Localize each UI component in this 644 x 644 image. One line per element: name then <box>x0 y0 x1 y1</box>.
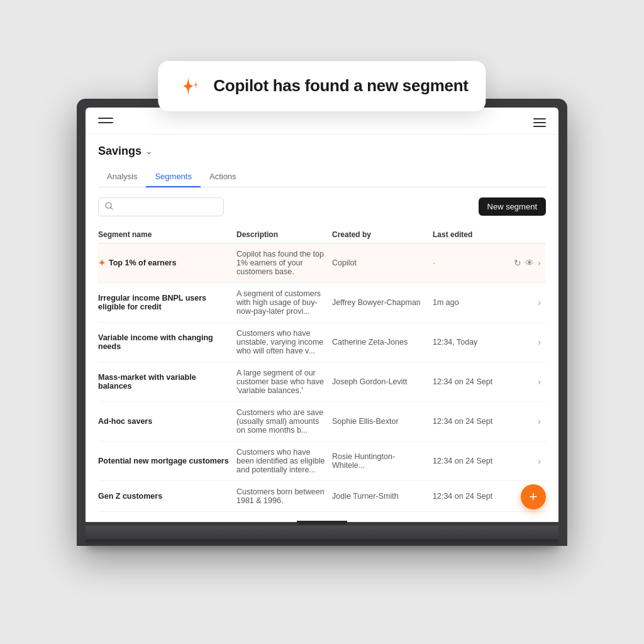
hamburger-icon[interactable] <box>98 118 113 128</box>
page-title-row: Savings ⌄ <box>98 145 546 158</box>
tab-analysis[interactable]: Analysis <box>98 167 146 187</box>
svg-rect-1 <box>98 122 113 123</box>
toast-text: Copilot has found a new segment <box>213 76 468 96</box>
laptop-base <box>86 526 558 540</box>
table-row[interactable]: Mass-market with variable balances A lar… <box>98 362 546 402</box>
chevron-right-icon[interactable]: › <box>538 416 541 426</box>
svg-rect-0 <box>98 118 113 119</box>
cell-edited: 12:34 on 24 Sept <box>433 457 521 465</box>
chevron-right-icon[interactable]: › <box>538 337 541 347</box>
cell-created: Copilot <box>332 258 433 267</box>
new-segment-button[interactable]: New segment <box>479 197 546 216</box>
copilot-star-icon: ✦ <box>98 258 106 268</box>
eye-off-icon[interactable]: 👁︎ <box>525 258 534 268</box>
search-box <box>98 197 224 216</box>
cell-actions: › <box>521 297 546 308</box>
cell-desc: Customers who have been identified as el… <box>236 448 332 474</box>
toolbar: New segment <box>98 197 546 216</box>
cell-name: Gen Z customers <box>98 492 236 501</box>
cell-name: Irregular income BNPL users eligible for… <box>98 294 236 311</box>
page-title: Savings <box>98 145 142 158</box>
chevron-down-icon[interactable]: ⌄ <box>145 146 153 156</box>
tab-actions[interactable]: Actions <box>201 167 245 187</box>
cell-actions: › <box>521 377 546 387</box>
chevron-right-icon[interactable]: › <box>538 297 541 308</box>
tab-segments[interactable]: Segments <box>146 167 201 187</box>
laptop-base-foot <box>86 540 558 546</box>
table-row[interactable]: Irregular income BNPL users eligible for… <box>98 283 546 323</box>
search-input[interactable] <box>117 202 217 211</box>
chevron-right-icon[interactable]: › <box>538 258 541 268</box>
cell-name: Variable income with changing needs <box>98 333 236 351</box>
svg-rect-4 <box>533 126 546 127</box>
toast-notification: Copilot has found a new segment <box>158 61 486 111</box>
cell-edited: 12:34 on 24 Sept <box>433 417 521 426</box>
cell-actions: › <box>521 337 546 347</box>
table-row[interactable]: Gen Z customers Customers born between 1… <box>98 481 546 512</box>
chevron-right-icon[interactable]: › <box>538 377 541 387</box>
chevron-right-icon[interactable]: › <box>538 456 541 466</box>
fab-button[interactable]: + <box>521 484 546 509</box>
cell-name: ✦ Top 1% of earners <box>98 258 236 268</box>
cell-name: Potential new mortgage customers <box>98 457 236 465</box>
page-content: Savings ⌄ Analysis Segments Actions <box>86 135 558 522</box>
cell-edited: - <box>433 258 521 267</box>
cell-actions: › <box>521 456 546 466</box>
cell-actions: ↻ 👁︎ › <box>521 258 546 268</box>
undo-icon[interactable]: ↻ <box>514 258 521 268</box>
cell-desc: Customers who are save (usually small) a… <box>236 408 332 435</box>
cell-edited: 1m ago <box>433 298 521 307</box>
svg-line-6 <box>111 208 113 209</box>
copilot-star-icon <box>175 72 203 100</box>
cell-created: Sophie Ellis-Bextor <box>332 417 433 426</box>
cell-edited: 12:34 on 24 Sept <box>433 377 521 386</box>
search-icon <box>105 202 113 212</box>
cell-edited: 12:34, Today <box>433 338 521 347</box>
svg-rect-2 <box>533 118 546 119</box>
col-header-edited: Last edited <box>433 230 521 239</box>
cell-desc: Customers born between 1981 & 1996. <box>236 487 332 505</box>
cell-desc: A large segment of our customer base who… <box>236 369 332 395</box>
col-header-name: Segment name <box>98 230 236 239</box>
app-header <box>86 108 558 135</box>
col-header-actions <box>521 230 546 239</box>
cell-desc: Customers who have unstable, varying inc… <box>236 329 332 355</box>
table-row[interactable]: Ad-hoc savers Customers who are save (us… <box>98 402 546 441</box>
col-header-created: Created by <box>332 230 433 239</box>
cell-actions: › <box>521 416 546 426</box>
cell-created: Jeffrey Bowyer-Chapman <box>332 298 433 307</box>
cell-created: Jodie Turner-Smith <box>332 492 433 501</box>
laptop-body: Savings ⌄ Analysis Segments Actions <box>77 99 567 546</box>
cell-created: Rosie Huntington-Whitele... <box>332 452 433 470</box>
cell-edited: 12:34 on 24 Sept <box>433 492 521 501</box>
table-row[interactable]: Variable income with changing needs Cust… <box>98 323 546 362</box>
cell-created: Joseph Gordon-Levitt <box>332 377 433 386</box>
svg-rect-3 <box>533 122 546 123</box>
laptop-screen: Savings ⌄ Analysis Segments Actions <box>86 108 558 522</box>
cell-created: Catherine Zeta-Jones <box>332 338 433 347</box>
cell-desc: Copilot has found the top 1% earners of … <box>236 250 332 276</box>
table-row[interactable]: Potential new mortgage customers Custome… <box>98 441 546 481</box>
cell-name: Ad-hoc savers <box>98 417 236 426</box>
laptop-notch <box>297 521 347 525</box>
col-header-desc: Description <box>236 230 332 239</box>
menu-icon[interactable] <box>533 118 546 127</box>
cell-name: Mass-market with variable balances <box>98 373 236 391</box>
cell-desc: A segment of customers with high usage o… <box>236 289 332 316</box>
table-header: Segment name Description Created by Last… <box>98 226 546 243</box>
tabs: Analysis Segments Actions <box>98 167 546 187</box>
table-row[interactable]: ✦ Top 1% of earners Copilot has found th… <box>98 243 546 283</box>
